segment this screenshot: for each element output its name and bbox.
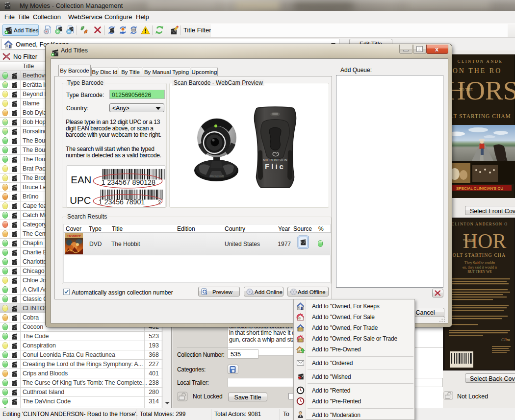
svg-text:1 234567 890128: 1 234567 890128 bbox=[102, 178, 155, 186]
svg-text:UPC: UPC bbox=[70, 195, 91, 206]
svg-text:1 23456 78901: 1 23456 78901 bbox=[99, 198, 145, 206]
svg-text:EAN: EAN bbox=[71, 174, 91, 185]
